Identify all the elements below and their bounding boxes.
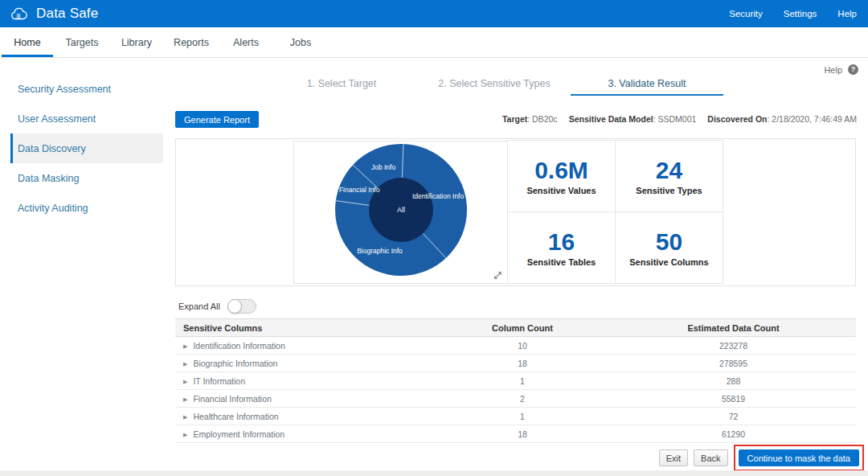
tab-alerts[interactable]: Alerts — [219, 27, 273, 57]
svg-text:All: All — [397, 206, 405, 214]
wizard-steps: 1. Select Target 2. Select Sensitive Typ… — [265, 74, 723, 96]
annotation-highlight-box: Continue to mask the data — [734, 445, 864, 471]
row-column-count: 10 — [434, 337, 611, 355]
row-category: IT Information — [193, 376, 245, 386]
row-estimated-count: 278595 — [611, 355, 856, 372]
row-column-count: 18 — [434, 355, 611, 372]
stat-label: Sensitive Types — [636, 186, 702, 195]
header-links: Security Settings Help — [729, 9, 857, 18]
table-row[interactable]: ▶Financial Information 2 55819 — [175, 390, 856, 408]
row-expand-icon[interactable]: ▶ — [183, 361, 187, 367]
row-estimated-count: 55819 — [611, 390, 856, 408]
sidebar-item-activity-auditing[interactable]: Activity Auditing — [10, 193, 173, 223]
discovery-meta: Target: DB20c Sensitive Data Model: SSDM… — [502, 114, 857, 124]
col-header-column-count[interactable]: Column Count — [434, 319, 611, 337]
tab-library[interactable]: Library — [109, 27, 164, 57]
stat-label: Sensitive Values — [526, 186, 596, 195]
row-expand-icon[interactable]: ▶ — [183, 396, 187, 403]
row-column-count: 1 — [434, 372, 611, 390]
step-select-target[interactable]: 1. Select Target — [265, 74, 418, 96]
meta-target: Target: DB20c — [502, 114, 558, 124]
meta-discovered: Discovered On: 2/18/2020, 7:46:49 AM — [707, 114, 857, 124]
tab-home[interactable]: Home — [0, 27, 55, 57]
table-row[interactable]: ▶Employment Information 18 61290 — [175, 425, 856, 443]
question-mark-icon[interactable]: ? — [848, 64, 858, 75]
sidebar-item-data-discovery[interactable]: Data Discovery — [10, 133, 163, 163]
svg-text:Financial Info: Financial Info — [339, 186, 380, 194]
page-help: Help ? — [824, 64, 858, 75]
stat-sensitive-values: 0.6M Sensitive Values — [507, 140, 616, 212]
row-column-count: 1 — [434, 408, 611, 425]
row-expand-icon[interactable]: ▶ — [183, 414, 187, 421]
stat-value: 16 — [548, 229, 575, 255]
back-button[interactable]: Back — [694, 449, 727, 466]
meta-target-value: DB20c — [532, 114, 558, 124]
tab-targets[interactable]: Targets — [55, 27, 109, 57]
meta-discovered-label: Discovered On — [707, 114, 767, 124]
row-estimated-count: 72 — [611, 408, 856, 425]
stats-grid: 0.6M Sensitive Values 24 Sensitive Types… — [508, 141, 723, 284]
sidebar-item-user-assessment[interactable]: User Assessment — [10, 104, 173, 133]
col-header-sensitive-columns[interactable]: Sensitive Columns — [175, 319, 434, 337]
generate-report-button[interactable]: Generate Report — [175, 111, 259, 128]
sunburst-chart-box: Identification InfoBiographic InfoFinanc… — [293, 141, 508, 284]
stat-value: 50 — [656, 229, 682, 255]
app-title: Data Safe — [36, 6, 98, 22]
row-column-count: 18 — [434, 425, 611, 443]
discovery-summary-panel: Identification InfoBiographic InfoFinanc… — [175, 138, 856, 286]
sunburst-chart[interactable]: Identification InfoBiographic InfoFinanc… — [294, 142, 507, 283]
row-expand-icon[interactable]: ▶ — [183, 379, 187, 385]
row-category: Healthcare Information — [193, 412, 278, 421]
svg-text:Identification Info: Identification Info — [412, 192, 465, 200]
exit-button[interactable]: Exit — [659, 449, 688, 466]
row-estimated-count: 288 — [611, 372, 856, 390]
stat-sensitive-columns: 50 Sensitive Columns — [615, 211, 723, 284]
row-column-count: 2 — [434, 390, 611, 408]
row-estimated-count: 61290 — [611, 425, 856, 443]
app-header: Data Safe Security Settings Help — [0, 0, 868, 27]
table-row[interactable]: ▶IT Information 1 288 — [175, 372, 856, 390]
meta-model-value: SSDM001 — [658, 114, 697, 124]
table-row[interactable]: ▶Biographic Information 18 278595 — [175, 355, 856, 372]
col-header-estimated-data-count[interactable]: Estimated Data Count — [611, 319, 856, 337]
sidebar: Security Assessment User Assessment Data… — [0, 58, 173, 476]
meta-model: Sensitive Data Model: SSDM001 — [569, 114, 697, 124]
meta-discovered-value: 2/18/2020, 7:46:49 AM — [772, 114, 857, 124]
row-category: Employment Information — [193, 429, 285, 439]
footer-actions: Exit Back Continue to mask the data — [659, 445, 864, 471]
expand-all-toggle[interactable] — [227, 299, 256, 314]
header-link-help[interactable]: Help — [837, 9, 857, 18]
table-row[interactable]: ▶Identification Information 10 223278 — [175, 337, 856, 355]
expand-chart-icon[interactable] — [493, 269, 503, 280]
table-row[interactable]: ▶Healthcare Information 1 72 — [175, 408, 856, 425]
row-estimated-count: 223278 — [611, 337, 856, 355]
tab-reports[interactable]: Reports — [164, 27, 219, 57]
expand-all-label: Expand All — [178, 302, 220, 311]
stat-sensitive-tables: 16 Sensitive Tables — [507, 211, 616, 284]
data-safe-page: Data Safe Security Settings Help Home Ta… — [0, 0, 868, 476]
step-select-sensitive-types[interactable]: 2. Select Sensitive Types — [418, 74, 571, 96]
meta-target-label: Target — [502, 114, 527, 124]
row-category: Financial Information — [193, 394, 271, 404]
stat-value: 0.6M — [534, 158, 588, 183]
stat-label: Sensitive Columns — [629, 257, 708, 267]
help-link[interactable]: Help — [824, 65, 842, 75]
row-expand-icon[interactable]: ▶ — [183, 343, 187, 350]
continue-to-mask-button[interactable]: Continue to mask the data — [739, 449, 859, 466]
sensitive-columns-table: Sensitive Columns Column Count Estimated… — [175, 318, 856, 443]
svg-text:Job Info: Job Info — [371, 163, 396, 171]
sidebar-item-security-assessment[interactable]: Security Assessment — [10, 74, 173, 104]
row-category: Biographic Information — [193, 359, 277, 368]
step-validate-result[interactable]: 3. Validate Result — [571, 74, 723, 96]
header-link-settings[interactable]: Settings — [784, 9, 817, 18]
row-expand-icon[interactable]: ▶ — [183, 432, 187, 438]
stat-label: Sensitive Tables — [527, 257, 596, 267]
sidebar-item-data-masking[interactable]: Data Masking — [10, 163, 173, 193]
stat-value: 24 — [656, 158, 682, 183]
row-category: Identification Information — [193, 341, 285, 351]
footer-strip — [0, 470, 868, 476]
meta-model-label: Sensitive Data Model — [569, 114, 653, 124]
tab-jobs[interactable]: Jobs — [273, 27, 328, 57]
expand-all-row: Expand All — [178, 298, 256, 315]
header-link-security[interactable]: Security — [729, 9, 763, 18]
